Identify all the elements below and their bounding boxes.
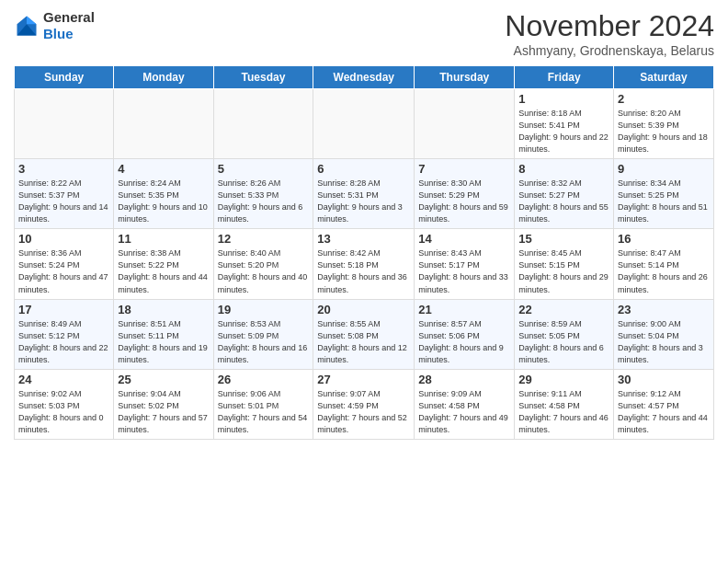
day-number: 23: [618, 303, 710, 316]
calendar-cell: 24Sunrise: 9:02 AM Sunset: 5:03 PM Dayli…: [15, 369, 114, 439]
day-number: 24: [18, 373, 109, 386]
day-number: 9: [618, 162, 710, 176]
day-info: Sunrise: 8:28 AM Sunset: 5:31 PM Dayligh…: [317, 178, 410, 225]
calendar-cell: 19Sunrise: 8:53 AM Sunset: 5:09 PM Dayli…: [213, 299, 313, 369]
day-number: 8: [518, 162, 609, 176]
weekday-header-wednesday: Wednesday: [313, 66, 415, 89]
day-info: Sunrise: 8:30 AM Sunset: 5:29 PM Dayligh…: [418, 178, 510, 225]
weekday-header-saturday: Saturday: [614, 66, 714, 89]
day-number: 26: [218, 373, 310, 386]
day-number: 1: [518, 92, 609, 106]
calendar-cell: 18Sunrise: 8:51 AM Sunset: 5:11 PM Dayli…: [114, 299, 213, 369]
day-info: Sunrise: 9:06 AM Sunset: 5:01 PM Dayligh…: [218, 388, 310, 436]
day-number: 15: [518, 232, 609, 246]
day-info: Sunrise: 8:22 AM Sunset: 5:37 PM Dayligh…: [18, 178, 109, 225]
day-info: Sunrise: 8:40 AM Sunset: 5:20 PM Dayligh…: [218, 247, 310, 295]
day-info: Sunrise: 8:18 AM Sunset: 5:41 PM Dayligh…: [518, 108, 609, 155]
calendar-cell: 12Sunrise: 8:40 AM Sunset: 5:20 PM Dayli…: [213, 229, 313, 299]
location: Ashmyany, Grodnenskaya, Belarus: [505, 43, 714, 58]
day-number: 6: [317, 162, 410, 176]
calendar-cell: 22Sunrise: 8:59 AM Sunset: 5:05 PM Dayli…: [515, 299, 614, 369]
day-number: 14: [418, 232, 510, 246]
calendar-cell: 16Sunrise: 8:47 AM Sunset: 5:14 PM Dayli…: [614, 229, 714, 299]
calendar-cell: 29Sunrise: 9:11 AM Sunset: 4:58 PM Dayli…: [515, 369, 614, 439]
calendar-cell: 9Sunrise: 8:34 AM Sunset: 5:25 PM Daylig…: [614, 159, 714, 229]
calendar-cell: 23Sunrise: 9:00 AM Sunset: 5:04 PM Dayli…: [614, 299, 714, 369]
day-info: Sunrise: 8:47 AM Sunset: 5:14 PM Dayligh…: [618, 247, 710, 295]
calendar-cell: 7Sunrise: 8:30 AM Sunset: 5:29 PM Daylig…: [415, 159, 515, 229]
weekday-header-friday: Friday: [515, 66, 614, 89]
calendar-cell: 14Sunrise: 8:43 AM Sunset: 5:17 PM Dayli…: [415, 229, 515, 299]
day-info: Sunrise: 8:49 AM Sunset: 5:12 PM Dayligh…: [18, 318, 109, 366]
day-info: Sunrise: 8:36 AM Sunset: 5:24 PM Dayligh…: [18, 247, 109, 295]
day-number: 30: [618, 373, 710, 386]
title-block: November 2024 Ashmyany, Grodnenskaya, Be…: [505, 9, 714, 58]
calendar-cell: 28Sunrise: 9:09 AM Sunset: 4:58 PM Dayli…: [415, 369, 515, 439]
day-number: 28: [418, 373, 510, 386]
day-info: Sunrise: 9:11 AM Sunset: 4:58 PM Dayligh…: [518, 388, 609, 436]
day-number: 7: [418, 162, 510, 176]
logo-blue: Blue: [43, 26, 74, 41]
calendar-cell: 30Sunrise: 9:12 AM Sunset: 4:57 PM Dayli…: [614, 369, 714, 439]
day-info: Sunrise: 8:26 AM Sunset: 5:33 PM Dayligh…: [218, 178, 310, 225]
calendar-cell: 4Sunrise: 8:24 AM Sunset: 5:35 PM Daylig…: [114, 159, 213, 229]
day-info: Sunrise: 8:57 AM Sunset: 5:06 PM Dayligh…: [418, 318, 510, 366]
day-number: 19: [218, 303, 310, 316]
page-header: General Blue November 2024 Ashmyany, Gro…: [14, 9, 714, 58]
calendar-cell: 5Sunrise: 8:26 AM Sunset: 5:33 PM Daylig…: [213, 159, 313, 229]
calendar-cell: 21Sunrise: 8:57 AM Sunset: 5:06 PM Dayli…: [415, 299, 515, 369]
calendar-cell: [114, 89, 213, 159]
day-info: Sunrise: 8:59 AM Sunset: 5:05 PM Dayligh…: [518, 318, 609, 366]
calendar-cell: 27Sunrise: 9:07 AM Sunset: 4:59 PM Dayli…: [313, 369, 415, 439]
day-number: 5: [218, 162, 310, 176]
day-number: 3: [18, 162, 109, 176]
day-info: Sunrise: 8:43 AM Sunset: 5:17 PM Dayligh…: [418, 247, 510, 295]
day-number: 2: [618, 92, 710, 106]
calendar-cell: 3Sunrise: 8:22 AM Sunset: 5:37 PM Daylig…: [15, 159, 114, 229]
weekday-header-thursday: Thursday: [415, 66, 515, 89]
calendar-cell: [415, 89, 515, 159]
day-number: 20: [317, 303, 410, 316]
weekday-header-sunday: Sunday: [15, 66, 114, 89]
day-info: Sunrise: 8:45 AM Sunset: 5:15 PM Dayligh…: [518, 247, 609, 295]
day-info: Sunrise: 8:51 AM Sunset: 5:11 PM Dayligh…: [118, 318, 209, 366]
month-title: November 2024: [505, 9, 714, 43]
day-number: 27: [317, 373, 410, 386]
day-info: Sunrise: 9:02 AM Sunset: 5:03 PM Dayligh…: [18, 388, 109, 436]
calendar-cell: 26Sunrise: 9:06 AM Sunset: 5:01 PM Dayli…: [213, 369, 313, 439]
day-number: 18: [118, 303, 209, 316]
day-info: Sunrise: 8:24 AM Sunset: 5:35 PM Dayligh…: [118, 178, 209, 225]
day-info: Sunrise: 9:07 AM Sunset: 4:59 PM Dayligh…: [317, 388, 410, 436]
day-info: Sunrise: 8:42 AM Sunset: 5:18 PM Dayligh…: [317, 247, 410, 295]
calendar-cell: [213, 89, 313, 159]
day-number: 25: [118, 373, 209, 386]
calendar-cell: 1Sunrise: 8:18 AM Sunset: 5:41 PM Daylig…: [515, 89, 614, 159]
day-number: 22: [518, 303, 609, 316]
svg-marker-1: [27, 17, 37, 25]
calendar-cell: 20Sunrise: 8:55 AM Sunset: 5:08 PM Dayli…: [313, 299, 415, 369]
day-info: Sunrise: 9:04 AM Sunset: 5:02 PM Dayligh…: [118, 388, 209, 436]
day-info: Sunrise: 9:00 AM Sunset: 5:04 PM Dayligh…: [618, 318, 710, 366]
day-number: 11: [118, 232, 209, 246]
logo-general: General: [43, 9, 95, 25]
day-number: 16: [618, 232, 710, 246]
day-info: Sunrise: 9:09 AM Sunset: 4:58 PM Dayligh…: [418, 388, 510, 436]
weekday-header-monday: Monday: [114, 66, 213, 89]
day-info: Sunrise: 8:38 AM Sunset: 5:22 PM Dayligh…: [118, 247, 209, 295]
logo: General Blue: [14, 9, 95, 42]
day-info: Sunrise: 8:34 AM Sunset: 5:25 PM Dayligh…: [618, 178, 710, 225]
day-number: 13: [317, 232, 410, 246]
calendar-cell: 15Sunrise: 8:45 AM Sunset: 5:15 PM Dayli…: [515, 229, 614, 299]
day-number: 10: [18, 232, 109, 246]
day-number: 21: [418, 303, 510, 316]
calendar-cell: [15, 89, 114, 159]
day-info: Sunrise: 8:53 AM Sunset: 5:09 PM Dayligh…: [218, 318, 310, 366]
logo-icon: [14, 13, 40, 39]
day-number: 29: [518, 373, 609, 386]
calendar-cell: 11Sunrise: 8:38 AM Sunset: 5:22 PM Dayli…: [114, 229, 213, 299]
day-number: 12: [218, 232, 310, 246]
calendar-cell: 17Sunrise: 8:49 AM Sunset: 5:12 PM Dayli…: [15, 299, 114, 369]
weekday-header-tuesday: Tuesday: [213, 66, 313, 89]
calendar-table: SundayMondayTuesdayWednesdayThursdayFrid…: [14, 65, 714, 440]
day-info: Sunrise: 8:32 AM Sunset: 5:27 PM Dayligh…: [518, 178, 609, 225]
